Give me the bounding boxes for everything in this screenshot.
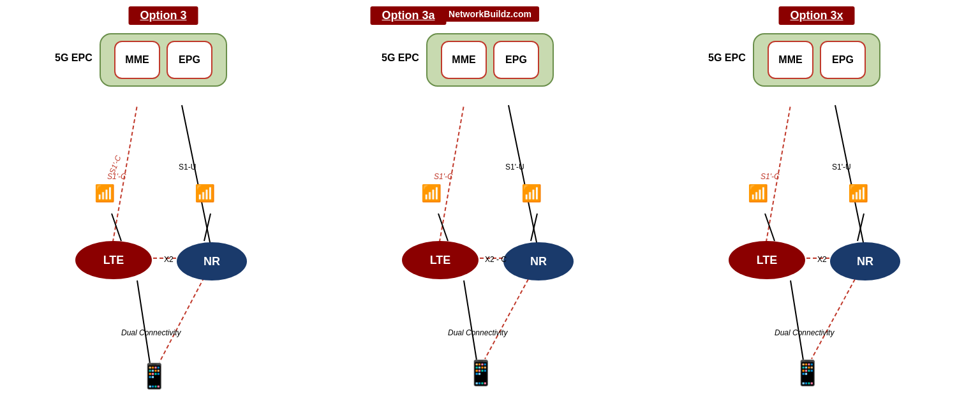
svg-line-18 — [812, 279, 855, 359]
phone-1: 📱 — [139, 362, 169, 390]
nr-ellipse-3: NR — [830, 242, 900, 280]
x2-label-2: X2 - C — [485, 255, 507, 264]
svg-line-20 — [858, 214, 864, 241]
phone-2: 📱 — [466, 359, 496, 387]
phone-3: 📱 — [792, 359, 822, 387]
panel-option3: Option 3 5G EPC MME EPG — [0, 6, 327, 409]
svg-line-12 — [438, 214, 448, 241]
svg-line-6 — [204, 214, 211, 241]
svg-line-19 — [765, 214, 775, 241]
epc-container-1: 5G EPC MME EPG — [100, 33, 227, 87]
wifi-icon-lte-1: 📶 — [94, 185, 115, 201]
epg-node-2: EPG — [493, 41, 539, 79]
epc-box-2: MME EPG — [426, 33, 554, 87]
dual-label-1: Dual Connectivity — [121, 328, 181, 337]
svg-line-17 — [791, 280, 803, 360]
epg-node-3: EPG — [820, 41, 866, 79]
svg-line-10 — [464, 280, 477, 360]
epc-label-2: 5G EPC — [382, 52, 419, 64]
option3a-title: Option 3a — [370, 6, 446, 25]
s1c-label-2: S1'-C — [434, 172, 453, 181]
lte-ellipse-1: LTE — [75, 241, 152, 279]
epc-label-3: 5G EPC — [708, 52, 746, 64]
wifi-icon-nr-1: 📶 — [195, 185, 215, 201]
svg-line-8 — [509, 105, 537, 245]
wifi-icon-lte-2: 📶 — [421, 185, 442, 201]
nr-ellipse-1: NR — [177, 242, 247, 280]
diagram-container: Option 3 5G EPC MME EPG — [0, 0, 980, 415]
svg-line-3 — [137, 280, 150, 363]
epg-node-1: EPG — [167, 41, 212, 79]
wifi-icon-lte-3: 📶 — [748, 185, 768, 201]
s1u-label-3: S1'-U — [832, 163, 851, 171]
svg-line-15 — [835, 105, 864, 245]
epc-box-1: MME EPG — [100, 33, 227, 87]
dual-label-3: Dual Connectivity — [775, 328, 834, 337]
dual-label-2: Dual Connectivity — [448, 328, 507, 337]
mme-node-1: MME — [114, 41, 160, 79]
svg-line-1 — [182, 105, 211, 245]
nr-ellipse-2: NR — [503, 242, 574, 280]
mme-node-3: MME — [768, 41, 813, 79]
s1c-label-1b: S1'-C — [107, 172, 126, 181]
svg-line-4 — [160, 277, 204, 362]
option3-title: Option 3 — [129, 6, 198, 25]
s1u-label-2: S1'-U — [505, 163, 524, 171]
mme-node-2: MME — [441, 41, 487, 79]
x2-label-3: X2 — [817, 255, 827, 264]
panel-option3x: Option 3x 5G EPC MME EPG 📶 — [653, 6, 980, 409]
panel-option3a: NetworkBuildz.com Option 3a 5G EPC MME E… — [327, 6, 653, 409]
svg-line-5 — [112, 214, 121, 241]
epc-container-2: 5G EPC MME EPG — [426, 33, 554, 87]
s1c-label-3: S1'-C — [761, 172, 780, 181]
svg-line-13 — [531, 214, 537, 241]
s1u-label-1: S1-U — [179, 163, 196, 171]
option3x-title: Option 3x — [778, 6, 854, 25]
wifi-icon-nr-2: 📶 — [521, 185, 542, 201]
svg-line-11 — [485, 279, 528, 359]
watermark-badge: NetworkBuildz.com — [441, 6, 539, 22]
epc-label-1: 5G EPC — [55, 52, 93, 64]
wifi-icon-nr-3: 📶 — [848, 185, 868, 201]
x2-label-1: X2 — [164, 255, 174, 264]
epc-box-3: MME EPG — [753, 33, 880, 87]
epc-container-3: 5G EPC MME EPG — [753, 33, 880, 87]
lte-ellipse-2: LTE — [402, 241, 479, 279]
lte-ellipse-3: LTE — [729, 241, 805, 279]
